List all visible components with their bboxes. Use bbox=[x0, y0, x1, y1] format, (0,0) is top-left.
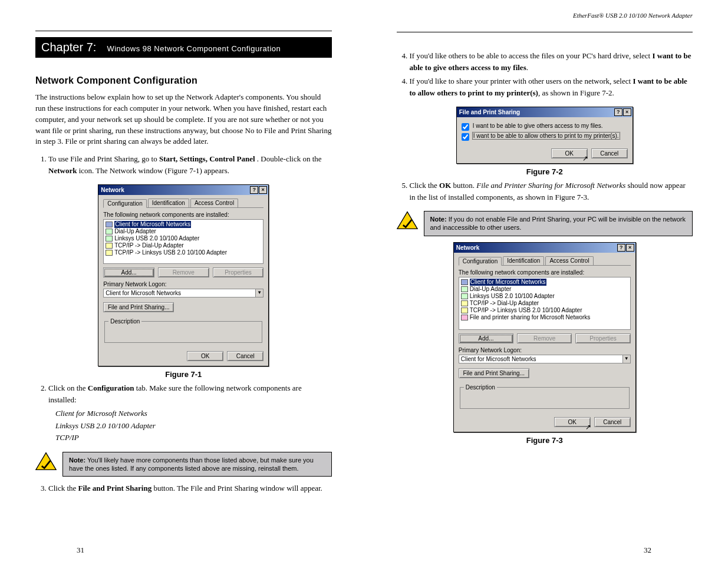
close-icon[interactable]: × bbox=[259, 186, 267, 194]
list-item[interactable]: TCP/IP -> Dial-Up Adapter bbox=[470, 300, 539, 307]
help-icon[interactable]: ? bbox=[250, 186, 258, 194]
figure-caption: Figure 7-2 bbox=[397, 167, 693, 176]
chapter-bar: Chapter 7: Windows 98 Network Component … bbox=[35, 37, 332, 58]
figure-caption: Figure 7-3 bbox=[397, 436, 693, 445]
close-icon[interactable]: × bbox=[626, 244, 634, 252]
description-box: Description bbox=[460, 384, 630, 409]
primary-logon-label: Primary Network Logon: bbox=[459, 347, 631, 353]
file-print-sharing-button[interactable]: File and Print Sharing... bbox=[103, 302, 174, 312]
note-text: If you do not enable File and Print Shar… bbox=[430, 216, 686, 231]
tab-access-control[interactable]: Access Control bbox=[190, 199, 238, 207]
file-print-sharing-button[interactable]: File and Print Sharing... bbox=[459, 368, 529, 378]
share-files-checkbox[interactable]: I want to be able to give others access … bbox=[462, 123, 628, 131]
page-number: 32 bbox=[644, 546, 651, 555]
warning-icon bbox=[397, 211, 418, 230]
tab-identification[interactable]: Identification bbox=[148, 199, 189, 207]
components-label: The following network components are ins… bbox=[459, 269, 631, 276]
step-list: To use File and Print Sharing, go to Sta… bbox=[35, 153, 332, 176]
step-list-5: Click the OK button. File and Printer Sh… bbox=[397, 180, 693, 203]
intro-paragraph: The instructions below explain how to se… bbox=[35, 92, 332, 147]
tab-configuration[interactable]: Configuration bbox=[459, 257, 502, 266]
step-4a: If you'd like others to be able to acces… bbox=[410, 50, 693, 73]
page-number: 31 bbox=[77, 546, 84, 555]
checkbox-icon[interactable] bbox=[462, 123, 469, 131]
tab-bar: Configuration Identification Access Cont… bbox=[103, 199, 263, 208]
tab-access-control[interactable]: Access Control bbox=[545, 256, 593, 265]
note-label: Note: bbox=[430, 216, 447, 223]
step-2: Click on the Configuration tab. Make sur… bbox=[48, 382, 332, 444]
components-list[interactable]: Client for Microsoft Networks Dial-Up Ad… bbox=[103, 219, 263, 264]
note-block: Note: If you do not enable File and Prin… bbox=[397, 211, 693, 236]
cancel-button[interactable]: Cancel bbox=[591, 148, 628, 158]
dialog-title: Network bbox=[456, 244, 479, 251]
remove-button[interactable]: Remove bbox=[517, 333, 572, 343]
figure-7-1: Network ? × Configuration Identification… bbox=[35, 184, 332, 366]
ok-button[interactable]: OK bbox=[554, 417, 591, 427]
page-left: Chapter 7: Windows 98 Network Component … bbox=[35, 18, 332, 562]
tab-identification[interactable]: Identification bbox=[503, 256, 544, 265]
step-list-4: If you'd like others to be able to acces… bbox=[397, 50, 693, 98]
note-text: You'll likely have more components than … bbox=[69, 457, 314, 472]
file-print-sharing-dialog: File and Print Sharing ? × I want to be … bbox=[456, 107, 633, 164]
bullet-item: Client for Microsoft Networks bbox=[55, 408, 332, 419]
primary-logon-combo[interactable]: Client for Microsoft Networks ▼ bbox=[103, 289, 263, 297]
list-item[interactable]: File and printer sharing for Microsoft N… bbox=[470, 314, 591, 321]
step-1: To use File and Print Sharing, go to Sta… bbox=[48, 153, 332, 176]
network-dialog: Network ? × Configuration Identification… bbox=[98, 184, 269, 366]
list-item[interactable]: TCP/IP -> Linksys USB 2.0 10/100 Adapter bbox=[470, 307, 582, 314]
step-list-3: Click the File and Print Sharing button.… bbox=[35, 482, 332, 494]
add-button[interactable]: Add... bbox=[103, 267, 154, 277]
step-list-2: Click on the Configuration tab. Make sur… bbox=[35, 382, 332, 444]
components-list[interactable]: Client for Microsoft Networks Dial-Up Ad… bbox=[459, 277, 631, 330]
list-item[interactable]: TCP/IP -> Linksys USB 2.0 10/100 Adapter bbox=[114, 249, 227, 256]
note-block: Note: You'll likely have more components… bbox=[35, 452, 332, 477]
page-right: EtherFast® USB 2.0 10/100 Network Adapte… bbox=[397, 18, 693, 562]
note-label: Note: bbox=[69, 457, 85, 464]
bullet-item: Linksys USB 2.0 10/100 Adapter bbox=[55, 420, 332, 432]
warning-icon bbox=[35, 452, 57, 471]
properties-button[interactable]: Properties bbox=[213, 267, 264, 277]
primary-logon-label: Primary Network Logon: bbox=[103, 281, 263, 287]
ok-button[interactable]: OK bbox=[551, 148, 588, 158]
list-item[interactable]: Client for Microsoft Networks bbox=[470, 279, 546, 286]
cancel-button[interactable]: Cancel bbox=[594, 417, 631, 427]
close-icon[interactable]: × bbox=[623, 108, 631, 116]
cancel-button[interactable]: Cancel bbox=[227, 351, 263, 361]
list-item[interactable]: Dial-Up Adapter bbox=[470, 286, 512, 293]
chevron-down-icon[interactable]: ▼ bbox=[622, 355, 631, 363]
description-box: Description bbox=[104, 318, 262, 343]
primary-logon-combo[interactable]: Client for Microsoft Networks ▼ bbox=[459, 355, 631, 363]
step-4b: If you'd like to share your printer with… bbox=[410, 75, 693, 98]
step-3: Click the File and Print Sharing button.… bbox=[48, 482, 332, 494]
dialog-title: File and Print Sharing bbox=[459, 109, 520, 115]
bullet-item: TCP/IP bbox=[55, 432, 332, 444]
dialog-title: Network bbox=[101, 187, 124, 193]
checkbox-icon[interactable] bbox=[462, 133, 469, 141]
list-item[interactable]: Linksys USB 2.0 10/100 Adapter bbox=[470, 293, 555, 300]
list-item[interactable]: Dial-Up Adapter bbox=[114, 228, 156, 235]
step-5: Click the OK button. File and Printer Sh… bbox=[410, 180, 693, 203]
figure-7-3: Network ? × Configuration Identification… bbox=[397, 242, 693, 432]
add-button[interactable]: Add... bbox=[459, 333, 513, 343]
chapter-number: Chapter 7: bbox=[41, 41, 96, 54]
list-item[interactable]: TCP/IP -> Dial-Up Adapter bbox=[114, 242, 183, 249]
properties-button[interactable]: Properties bbox=[575, 333, 630, 343]
share-printers-checkbox[interactable]: I want to be able to allow others to pri… bbox=[462, 133, 628, 141]
components-label: The following network components are ins… bbox=[103, 211, 263, 218]
chapter-title: Windows 98 Network Component Configurati… bbox=[107, 44, 281, 53]
network-dialog: Network ? × Configuration Identification… bbox=[453, 242, 636, 432]
remove-button[interactable]: Remove bbox=[158, 267, 209, 277]
help-icon[interactable]: ? bbox=[617, 244, 625, 252]
ok-button[interactable]: OK bbox=[187, 351, 223, 361]
tab-configuration[interactable]: Configuration bbox=[103, 199, 146, 208]
help-icon[interactable]: ? bbox=[614, 108, 622, 116]
running-header: EtherFast® USB 2.0 10/100 Network Adapte… bbox=[397, 12, 693, 19]
list-item[interactable]: Client for Microsoft Networks bbox=[114, 221, 191, 228]
tab-bar: Configuration Identification Access Cont… bbox=[459, 256, 631, 266]
figure-caption: Figure 7-1 bbox=[35, 370, 332, 379]
list-item[interactable]: Linksys USB 2.0 10/100 Adapter bbox=[114, 235, 199, 242]
chevron-down-icon[interactable]: ▼ bbox=[255, 289, 263, 297]
figure-7-2: File and Print Sharing ? × I want to be … bbox=[397, 107, 693, 164]
section-heading: Network Component Configuration bbox=[35, 75, 332, 86]
